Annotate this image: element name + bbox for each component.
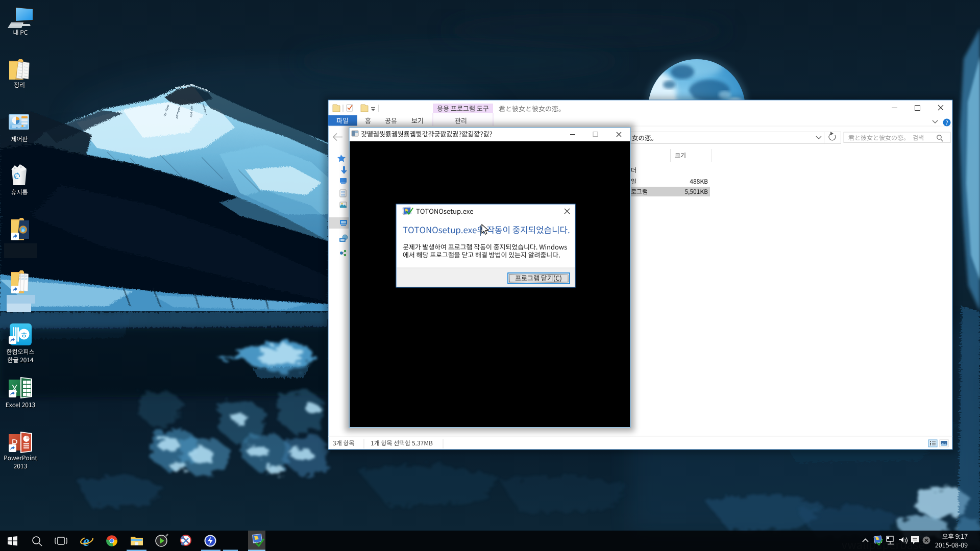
svg-text:e: e bbox=[83, 533, 89, 549]
